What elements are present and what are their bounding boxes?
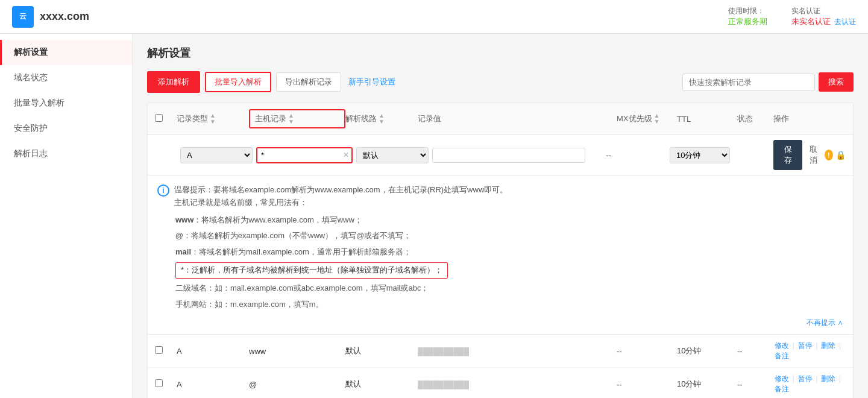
table-header: 记录类型 ▲▼ 主机记录 ▲▼ 解析线路 ▲▼ 记录值 MX优先级 ▲▼ [148, 103, 853, 135]
sidebar-item-jiexi[interactable]: 解析设置 [0, 40, 132, 65]
row1-note-link[interactable]: 备注 [775, 352, 789, 360]
sidebar-item-anquan[interactable]: 安全防护 [0, 116, 132, 141]
row2-ttl: 10分钟 [677, 379, 737, 390]
search-box: 搜索 [682, 72, 854, 92]
info-entry-wildcard: *：泛解析，所有子域名均被解析到统一地址（除单独设置的子域名解析）； [175, 262, 843, 279]
topbar: 云 xxxx.com 使用时限： 正常服务期 实名认证 未实名认证 去认证 [0, 0, 868, 34]
header-host: 主机记录 ▲▼ [249, 109, 345, 128]
topbar-left: 云 xxxx.com [12, 6, 89, 28]
save-button[interactable]: 保存 [773, 140, 802, 170]
sort-line-icon[interactable]: ▲▼ [379, 113, 385, 125]
topbar-right: 使用时限： 正常服务期 实名认证 未实名认证 去认证 [728, 6, 856, 27]
auth-section: 实名认证 未实名认证 去认证 [791, 6, 856, 27]
info-header: i 温馨提示：要将域名example.com解析为www.example.com… [157, 184, 843, 209]
header-actions: 操作 [773, 113, 846, 124]
add-btn[interactable]: 添加解析 [147, 71, 200, 93]
type-select[interactable]: A CNAME MX TXT NS [180, 147, 253, 163]
sidebar-item-yuming[interactable]: 域名状态 [0, 65, 132, 90]
add-record-row: A CNAME MX TXT NS ✕ 默认 联通 电信 [148, 135, 853, 175]
table-row: A www 默认 ██████████ -- 10分钟 -- 修改 | 暂停 |… [148, 335, 853, 368]
add-row-type: A CNAME MX TXT NS [180, 147, 253, 163]
info-tip-sub: 主机记录就是域名前缀，常见用法有： [174, 197, 508, 209]
row2-actions: 修改 | 暂停 | 删除 | 备注 [773, 374, 846, 394]
row1-pause-link[interactable]: 暂停 [798, 341, 813, 350]
row2-note-link[interactable]: 备注 [775, 385, 789, 393]
info-entry-mobile: 手机网站：如：m.example.com，填写m。 [175, 298, 843, 311]
host-input[interactable] [257, 148, 351, 162]
add-row-line: 默认 联通 电信 [356, 147, 429, 163]
info-text-wrapper: 温馨提示：要将域名example.com解析为www.example.com，在… [174, 184, 508, 209]
sort-mx-icon[interactable]: ▲▼ [654, 113, 660, 125]
highlight-wildcard: *：泛解析，所有子域名均被解析到统一地址（除单独设置的子域名解析）； [175, 262, 448, 279]
row1-host: www [249, 347, 345, 356]
cancel-button[interactable]: 取消 [805, 141, 822, 169]
row1-modify-link[interactable]: 修改 [775, 341, 789, 350]
usage-label: 使用时限： [728, 6, 764, 16]
row1-line: 默认 [345, 346, 418, 356]
batch-btn[interactable]: 批量导入解析 [205, 72, 271, 92]
row2-delete-link[interactable]: 删除 [821, 374, 835, 383]
ttl-select[interactable]: 10分钟 30分钟 1小时 [670, 147, 730, 163]
warn-icon: ! [825, 150, 833, 160]
sort-type-icon[interactable]: ▲▼ [210, 113, 216, 125]
lock-icon: 🔒 [835, 150, 846, 160]
info-entry-www: www：将域名解析为www.example.com，填写www； [175, 214, 843, 227]
select-all-checkbox[interactable] [155, 114, 163, 122]
line-select[interactable]: 默认 联通 电信 [356, 147, 429, 163]
auth-label: 实名认证 [791, 6, 820, 16]
search-button[interactable]: 搜索 [819, 72, 854, 92]
auth-link[interactable]: 去认证 [834, 17, 856, 27]
auth-status: 未实名认证 [791, 16, 831, 27]
add-row-value [432, 148, 602, 163]
dns-table: 记录类型 ▲▼ 主机记录 ▲▼ 解析线路 ▲▼ 记录值 MX优先级 ▲▼ [147, 103, 854, 398]
layout: 解析设置 域名状态 批量导入解析 安全防护 解析日志 解析设置 添加解析 批量导… [0, 34, 868, 398]
sort-host-icon[interactable]: ▲▼ [288, 113, 294, 125]
table-row: A @ 默认 ██████████ -- 10分钟 -- 修改 | 暂停 | 删… [148, 368, 853, 398]
row1-status: -- [737, 347, 773, 356]
search-input[interactable] [682, 74, 815, 91]
row2-status: -- [737, 380, 773, 389]
info-entry-at: @：将域名解析为example.com（不带www），填写@或者不填写； [175, 230, 843, 242]
domain-name: xxxx.com [40, 10, 89, 23]
row1-mx: -- [617, 347, 677, 356]
header-status: 状态 [737, 113, 773, 124]
row1-delete-link[interactable]: 删除 [821, 341, 835, 350]
header-type: 记录类型 ▲▼ [177, 113, 249, 125]
row1-checkbox[interactable] [155, 346, 177, 356]
header-value: 记录值 [418, 113, 617, 124]
usage-status: 正常服务期 [728, 16, 767, 27]
row1-value: ██████████ [418, 347, 617, 356]
sidebar: 解析设置 域名状态 批量导入解析 安全防护 解析日志 [0, 34, 133, 398]
logo-icon: 云 [12, 6, 34, 28]
info-entries: www：将域名解析为www.example.com，填写www； @：将域名解析… [157, 214, 843, 311]
add-row-ttl: 10分钟 30分钟 1小时 [670, 147, 730, 163]
hide-tips-link[interactable]: 不再提示 ∧ [807, 318, 843, 328]
row2-pause-link[interactable]: 暂停 [798, 374, 813, 383]
header-checkbox[interactable] [155, 114, 177, 124]
add-row-mx: -- [606, 151, 666, 160]
add-row-actions: 保存 取消 ! 🔒 [773, 140, 846, 170]
row1-ttl: 10分钟 [677, 346, 737, 356]
row2-modify-link[interactable]: 修改 [775, 374, 789, 383]
info-entry-mail: mail：将域名解析为mail.example.com，通常用于解析邮箱服务器； [175, 246, 843, 259]
value-input[interactable] [432, 148, 585, 163]
sidebar-item-rizhi[interactable]: 解析日志 [0, 141, 132, 166]
guide-btn[interactable]: 新手引导设置 [346, 73, 398, 91]
row1-actions: 修改 | 暂停 | 删除 | 备注 [773, 341, 846, 361]
toolbar: 添加解析 批量导入解析 导出解析记录 新手引导设置 搜索 [147, 71, 854, 93]
header-line: 解析线路 ▲▼ [345, 113, 418, 125]
main-content: 解析设置 添加解析 批量导入解析 导出解析记录 新手引导设置 搜索 记录类型 ▲… [133, 34, 868, 398]
info-entry-subdomain: 二级域名：如：mail.example.com或abc.example.com，… [175, 282, 843, 295]
host-input-wrapper: ✕ [256, 147, 353, 163]
row2-checkbox[interactable] [155, 379, 177, 389]
row2-value: ██████████ [418, 380, 617, 389]
row2-mx: -- [617, 380, 677, 389]
usage-section: 使用时限： 正常服务期 [728, 6, 767, 27]
row1-type: A [177, 347, 249, 356]
host-clear-icon[interactable]: ✕ [343, 151, 349, 159]
info-icon: i [157, 185, 169, 197]
page-title: 解析设置 [147, 46, 854, 60]
export-btn[interactable]: 导出解析记录 [276, 72, 341, 92]
row2-type: A [177, 380, 249, 389]
sidebar-item-piliang[interactable]: 批量导入解析 [0, 90, 132, 116]
